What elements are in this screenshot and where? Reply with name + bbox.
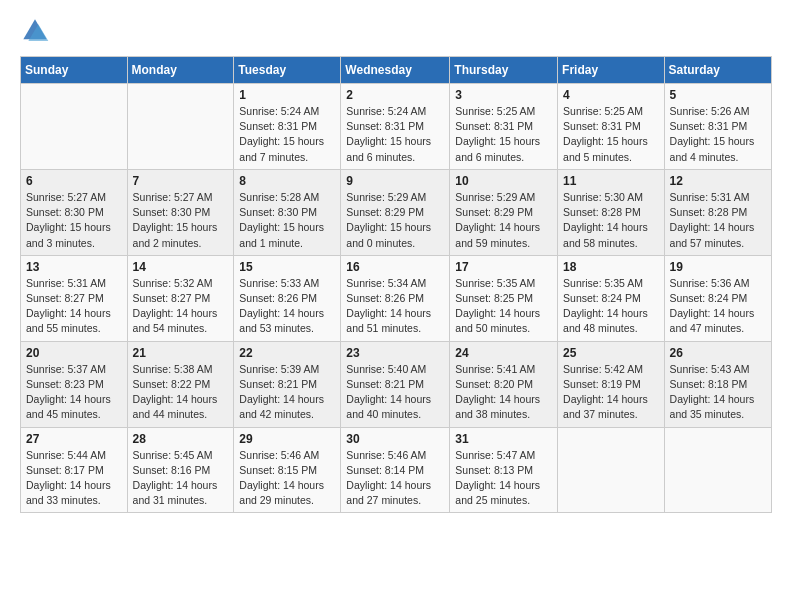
calendar-cell: 31Sunrise: 5:47 AMSunset: 8:13 PMDayligh… [450, 427, 558, 513]
day-number: 18 [563, 260, 659, 274]
calendar-cell: 1Sunrise: 5:24 AMSunset: 8:31 PMDaylight… [234, 84, 341, 170]
day-info: Sunrise: 5:27 AMSunset: 8:30 PMDaylight:… [26, 190, 122, 251]
day-number: 8 [239, 174, 335, 188]
day-number: 7 [133, 174, 229, 188]
day-info: Sunrise: 5:28 AMSunset: 8:30 PMDaylight:… [239, 190, 335, 251]
calendar-cell: 28Sunrise: 5:45 AMSunset: 8:16 PMDayligh… [127, 427, 234, 513]
calendar-cell: 29Sunrise: 5:46 AMSunset: 8:15 PMDayligh… [234, 427, 341, 513]
day-number: 25 [563, 346, 659, 360]
day-number: 1 [239, 88, 335, 102]
calendar-table: SundayMondayTuesdayWednesdayThursdayFrid… [20, 56, 772, 513]
page: SundayMondayTuesdayWednesdayThursdayFrid… [0, 0, 792, 612]
day-info: Sunrise: 5:30 AMSunset: 8:28 PMDaylight:… [563, 190, 659, 251]
day-info: Sunrise: 5:36 AMSunset: 8:24 PMDaylight:… [670, 276, 766, 337]
calendar-cell: 8Sunrise: 5:28 AMSunset: 8:30 PMDaylight… [234, 169, 341, 255]
weekday-header-wednesday: Wednesday [341, 57, 450, 84]
day-info: Sunrise: 5:46 AMSunset: 8:14 PMDaylight:… [346, 448, 444, 509]
calendar-cell: 5Sunrise: 5:26 AMSunset: 8:31 PMDaylight… [664, 84, 771, 170]
day-number: 30 [346, 432, 444, 446]
calendar-week-row: 20Sunrise: 5:37 AMSunset: 8:23 PMDayligh… [21, 341, 772, 427]
day-number: 31 [455, 432, 552, 446]
day-info: Sunrise: 5:34 AMSunset: 8:26 PMDaylight:… [346, 276, 444, 337]
calendar-cell [664, 427, 771, 513]
day-info: Sunrise: 5:44 AMSunset: 8:17 PMDaylight:… [26, 448, 122, 509]
calendar-cell: 3Sunrise: 5:25 AMSunset: 8:31 PMDaylight… [450, 84, 558, 170]
calendar-header: SundayMondayTuesdayWednesdayThursdayFrid… [21, 57, 772, 84]
day-info: Sunrise: 5:37 AMSunset: 8:23 PMDaylight:… [26, 362, 122, 423]
day-number: 29 [239, 432, 335, 446]
calendar-week-row: 1Sunrise: 5:24 AMSunset: 8:31 PMDaylight… [21, 84, 772, 170]
calendar-cell: 25Sunrise: 5:42 AMSunset: 8:19 PMDayligh… [558, 341, 665, 427]
calendar-cell: 22Sunrise: 5:39 AMSunset: 8:21 PMDayligh… [234, 341, 341, 427]
day-info: Sunrise: 5:41 AMSunset: 8:20 PMDaylight:… [455, 362, 552, 423]
day-info: Sunrise: 5:32 AMSunset: 8:27 PMDaylight:… [133, 276, 229, 337]
calendar-cell: 23Sunrise: 5:40 AMSunset: 8:21 PMDayligh… [341, 341, 450, 427]
day-number: 22 [239, 346, 335, 360]
calendar-cell: 9Sunrise: 5:29 AMSunset: 8:29 PMDaylight… [341, 169, 450, 255]
calendar-body: 1Sunrise: 5:24 AMSunset: 8:31 PMDaylight… [21, 84, 772, 513]
calendar-cell [21, 84, 128, 170]
day-info: Sunrise: 5:39 AMSunset: 8:21 PMDaylight:… [239, 362, 335, 423]
day-number: 20 [26, 346, 122, 360]
weekday-header-thursday: Thursday [450, 57, 558, 84]
calendar-cell: 24Sunrise: 5:41 AMSunset: 8:20 PMDayligh… [450, 341, 558, 427]
header [20, 16, 772, 46]
day-info: Sunrise: 5:46 AMSunset: 8:15 PMDaylight:… [239, 448, 335, 509]
day-number: 26 [670, 346, 766, 360]
day-number: 9 [346, 174, 444, 188]
calendar-week-row: 6Sunrise: 5:27 AMSunset: 8:30 PMDaylight… [21, 169, 772, 255]
day-info: Sunrise: 5:26 AMSunset: 8:31 PMDaylight:… [670, 104, 766, 165]
day-number: 16 [346, 260, 444, 274]
day-info: Sunrise: 5:33 AMSunset: 8:26 PMDaylight:… [239, 276, 335, 337]
day-number: 24 [455, 346, 552, 360]
weekday-header-row: SundayMondayTuesdayWednesdayThursdayFrid… [21, 57, 772, 84]
day-number: 15 [239, 260, 335, 274]
calendar-week-row: 27Sunrise: 5:44 AMSunset: 8:17 PMDayligh… [21, 427, 772, 513]
calendar-cell: 17Sunrise: 5:35 AMSunset: 8:25 PMDayligh… [450, 255, 558, 341]
weekday-header-sunday: Sunday [21, 57, 128, 84]
day-info: Sunrise: 5:47 AMSunset: 8:13 PMDaylight:… [455, 448, 552, 509]
day-info: Sunrise: 5:25 AMSunset: 8:31 PMDaylight:… [563, 104, 659, 165]
day-info: Sunrise: 5:31 AMSunset: 8:27 PMDaylight:… [26, 276, 122, 337]
weekday-header-tuesday: Tuesday [234, 57, 341, 84]
day-info: Sunrise: 5:42 AMSunset: 8:19 PMDaylight:… [563, 362, 659, 423]
day-number: 3 [455, 88, 552, 102]
logo-icon [20, 16, 50, 46]
day-info: Sunrise: 5:31 AMSunset: 8:28 PMDaylight:… [670, 190, 766, 251]
calendar-cell [127, 84, 234, 170]
calendar-cell: 10Sunrise: 5:29 AMSunset: 8:29 PMDayligh… [450, 169, 558, 255]
calendar-cell: 30Sunrise: 5:46 AMSunset: 8:14 PMDayligh… [341, 427, 450, 513]
calendar-cell: 6Sunrise: 5:27 AMSunset: 8:30 PMDaylight… [21, 169, 128, 255]
day-info: Sunrise: 5:35 AMSunset: 8:25 PMDaylight:… [455, 276, 552, 337]
weekday-header-friday: Friday [558, 57, 665, 84]
weekday-header-monday: Monday [127, 57, 234, 84]
calendar-cell: 12Sunrise: 5:31 AMSunset: 8:28 PMDayligh… [664, 169, 771, 255]
day-number: 17 [455, 260, 552, 274]
day-number: 27 [26, 432, 122, 446]
day-number: 23 [346, 346, 444, 360]
calendar-cell [558, 427, 665, 513]
calendar-cell: 14Sunrise: 5:32 AMSunset: 8:27 PMDayligh… [127, 255, 234, 341]
day-number: 5 [670, 88, 766, 102]
day-info: Sunrise: 5:27 AMSunset: 8:30 PMDaylight:… [133, 190, 229, 251]
calendar-cell: 4Sunrise: 5:25 AMSunset: 8:31 PMDaylight… [558, 84, 665, 170]
day-number: 14 [133, 260, 229, 274]
day-info: Sunrise: 5:29 AMSunset: 8:29 PMDaylight:… [346, 190, 444, 251]
calendar-cell: 16Sunrise: 5:34 AMSunset: 8:26 PMDayligh… [341, 255, 450, 341]
day-number: 21 [133, 346, 229, 360]
day-info: Sunrise: 5:29 AMSunset: 8:29 PMDaylight:… [455, 190, 552, 251]
day-number: 13 [26, 260, 122, 274]
calendar-cell: 18Sunrise: 5:35 AMSunset: 8:24 PMDayligh… [558, 255, 665, 341]
day-info: Sunrise: 5:35 AMSunset: 8:24 PMDaylight:… [563, 276, 659, 337]
day-number: 11 [563, 174, 659, 188]
calendar-cell: 21Sunrise: 5:38 AMSunset: 8:22 PMDayligh… [127, 341, 234, 427]
calendar-cell: 2Sunrise: 5:24 AMSunset: 8:31 PMDaylight… [341, 84, 450, 170]
day-number: 19 [670, 260, 766, 274]
calendar-cell: 13Sunrise: 5:31 AMSunset: 8:27 PMDayligh… [21, 255, 128, 341]
calendar-cell: 11Sunrise: 5:30 AMSunset: 8:28 PMDayligh… [558, 169, 665, 255]
day-info: Sunrise: 5:24 AMSunset: 8:31 PMDaylight:… [239, 104, 335, 165]
calendar-cell: 20Sunrise: 5:37 AMSunset: 8:23 PMDayligh… [21, 341, 128, 427]
day-number: 6 [26, 174, 122, 188]
day-number: 4 [563, 88, 659, 102]
day-info: Sunrise: 5:40 AMSunset: 8:21 PMDaylight:… [346, 362, 444, 423]
